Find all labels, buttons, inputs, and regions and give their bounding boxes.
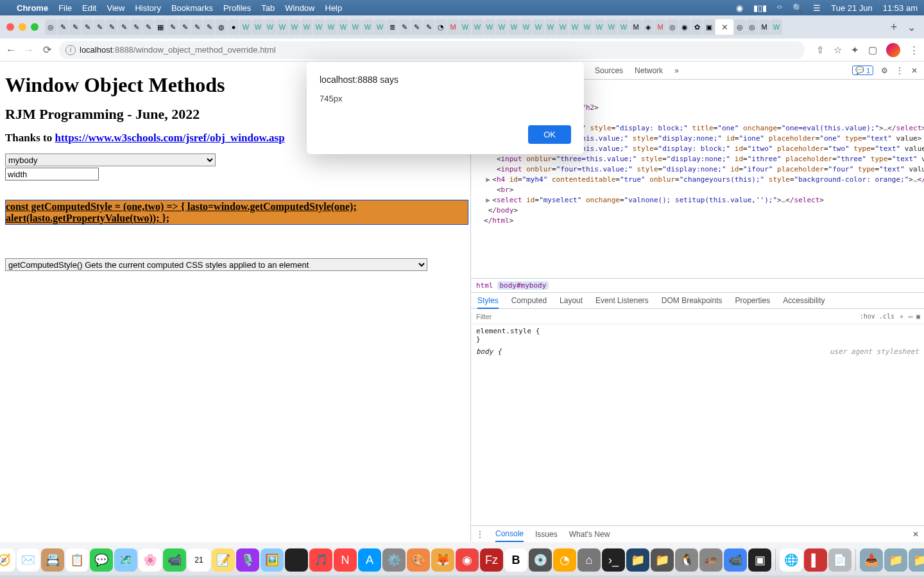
drawer-console-tab[interactable]: Console: [495, 529, 524, 542]
tab-item[interactable]: W: [569, 19, 581, 35]
tab-item[interactable]: W: [533, 19, 544, 35]
minimize-window-button[interactable]: [19, 23, 26, 31]
tab-item[interactable]: W: [289, 19, 300, 35]
alert-ok-button[interactable]: OK: [528, 125, 571, 144]
podcasts-icon[interactable]: 🎙️: [236, 548, 259, 572]
tab-item[interactable]: W: [557, 19, 569, 35]
app-icon[interactable]: ◉: [456, 548, 479, 572]
close-tab-icon[interactable]: ✕: [721, 22, 728, 32]
tab-item[interactable]: ◉: [679, 19, 690, 35]
appstore-icon[interactable]: A: [358, 548, 381, 572]
drawer-menu-icon[interactable]: ⋮: [476, 530, 484, 539]
tab-item[interactable]: W: [264, 19, 276, 35]
devtools-menu-icon[interactable]: ⋮: [896, 66, 903, 75]
tab-item[interactable]: W: [771, 19, 782, 35]
tab-item[interactable]: ≣: [386, 19, 398, 35]
app-icon[interactable]: 🦛: [699, 548, 723, 572]
calendar-icon[interactable]: 21: [187, 548, 210, 572]
computed-tab[interactable]: Computed: [511, 296, 547, 305]
tab-item[interactable]: ✿: [691, 19, 703, 35]
event-listeners-tab[interactable]: Event Listeners: [595, 296, 649, 305]
folder-icon[interactable]: 📁: [884, 548, 907, 572]
site-info-icon[interactable]: i: [65, 45, 76, 55]
drawer-whatsnew-tab[interactable]: What's New: [569, 530, 610, 539]
menu-file[interactable]: File: [58, 3, 72, 13]
app-icon[interactable]: 📄: [828, 548, 851, 572]
share-icon[interactable]: ⇧: [816, 44, 825, 56]
tab-item[interactable]: W: [459, 19, 471, 35]
tab-item[interactable]: W: [338, 19, 349, 35]
tab-item[interactable]: W: [277, 19, 288, 35]
app-icon[interactable]: 📁: [626, 548, 649, 572]
mail-icon[interactable]: ✉️: [17, 548, 40, 572]
new-style-icon[interactable]: ＋: [898, 312, 905, 321]
tab-item[interactable]: ◈: [642, 19, 654, 35]
notes-icon[interactable]: 📝: [212, 548, 235, 572]
tab-item[interactable]: ✎: [423, 19, 434, 35]
tab-item[interactable]: ✎: [69, 19, 81, 35]
crumb-body[interactable]: body#mybody: [497, 281, 549, 290]
devtools-settings-icon[interactable]: ⚙: [881, 66, 888, 75]
style-rule[interactable]: body { user agent stylesheet: [476, 347, 919, 356]
tab-item[interactable]: W: [325, 19, 337, 35]
tab-item[interactable]: ✎: [94, 19, 105, 35]
zoom-window-button[interactable]: [31, 23, 38, 31]
tab-item[interactable]: W: [545, 19, 556, 35]
tab-item[interactable]: W: [313, 19, 325, 35]
tabs-dropdown-icon[interactable]: ⌄: [902, 21, 920, 33]
control-center-icon[interactable]: ☰: [813, 3, 821, 13]
drawer-issues-tab[interactable]: Issues: [535, 530, 558, 539]
tab-item[interactable]: ●: [228, 19, 239, 35]
elements-line[interactable]: </body>: [477, 206, 924, 216]
layout-tab[interactable]: Layout: [560, 296, 583, 305]
tab-item[interactable]: W: [252, 19, 264, 35]
issues-badge[interactable]: 💬 1: [852, 66, 873, 75]
tab-item[interactable]: ◍: [216, 19, 227, 35]
filezilla-icon[interactable]: Fz: [480, 548, 503, 572]
tab-item[interactable]: W: [301, 19, 312, 35]
spotlight-icon[interactable]: 🔍: [792, 3, 803, 13]
tab-item[interactable]: ▦: [155, 19, 166, 35]
contacts-icon[interactable]: 📇: [41, 548, 64, 572]
tab-item[interactable]: W: [520, 19, 532, 35]
app-icon[interactable]: 🦊: [431, 548, 454, 572]
extensions-icon[interactable]: ✦: [851, 44, 859, 56]
menu-help[interactable]: Help: [325, 3, 343, 13]
w3schools-link[interactable]: https://www.w3schools.com/jsref/obj_wind…: [55, 132, 284, 144]
tab-item[interactable]: W: [350, 19, 361, 35]
app-icon[interactable]: ◔: [553, 548, 576, 572]
devtools-more-tabs-icon[interactable]: »: [674, 66, 679, 75]
tv-icon[interactable]: [285, 548, 308, 572]
app-icon[interactable]: B: [504, 548, 527, 572]
profile-avatar[interactable]: [886, 43, 900, 57]
tab-item[interactable]: ◎: [734, 19, 746, 35]
tab-item[interactable]: W: [594, 19, 605, 35]
battery-icon[interactable]: ▮▯▮: [753, 3, 767, 13]
tab-item[interactable]: W: [606, 19, 617, 35]
menu-profiles[interactable]: Profiles: [223, 3, 251, 13]
accessibility-tab[interactable]: Accessibility: [783, 296, 825, 305]
downloads-icon[interactable]: 📥: [860, 548, 883, 572]
styles-filter-input[interactable]: [475, 312, 856, 321]
crumb-html[interactable]: html: [476, 281, 493, 290]
tab-item[interactable]: W: [496, 19, 508, 35]
reminders-icon[interactable]: 📋: [65, 548, 89, 572]
tab-item[interactable]: M: [630, 19, 642, 35]
tab-item[interactable]: W: [581, 19, 593, 35]
close-window-button[interactable]: [6, 23, 14, 31]
tab-item[interactable]: ✎: [130, 19, 142, 35]
menu-edit[interactable]: Edit: [82, 3, 96, 13]
app-icon[interactable]: ▣: [748, 548, 771, 572]
tab-item[interactable]: ◔: [435, 19, 447, 35]
tab-item[interactable]: ✎: [203, 19, 215, 35]
tab-item[interactable]: W: [484, 19, 495, 35]
tab-item[interactable]: ✎: [118, 19, 130, 35]
app-icon[interactable]: ⌂: [578, 548, 601, 572]
computed-sidebar-icon[interactable]: ▭: [909, 313, 912, 320]
menu-time[interactable]: 11:53 am: [883, 3, 918, 13]
photos-icon[interactable]: 🌸: [139, 548, 162, 572]
styles-tab[interactable]: Styles: [477, 296, 499, 309]
screen-record-icon[interactable]: ◉: [736, 3, 743, 13]
select-one[interactable]: mybody: [5, 153, 216, 166]
back-button[interactable]: ←: [5, 44, 17, 56]
